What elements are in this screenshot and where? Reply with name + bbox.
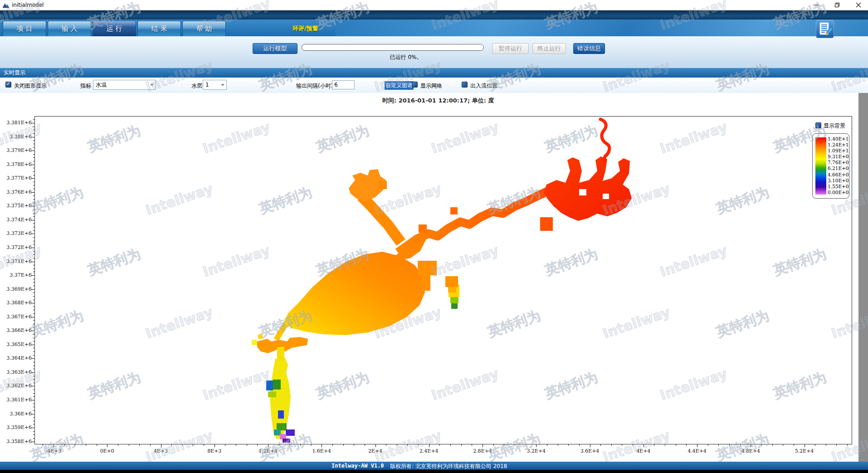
show-background-checkbox[interactable] xyxy=(815,122,821,128)
tick-mark xyxy=(33,310,34,310)
pause-run-button[interactable]: 暂停运行 xyxy=(492,43,529,54)
tick-mark xyxy=(268,444,268,447)
chart-area: 时间: 2016-01-01 12:00:17; 单位: 度 xyxy=(0,93,868,462)
tick-mark xyxy=(665,444,665,446)
x-tick-label: 4E+3 xyxy=(143,448,179,454)
tick-mark xyxy=(526,444,526,446)
progress-bar xyxy=(302,44,484,51)
tick-mark xyxy=(740,444,741,446)
tick-mark xyxy=(33,324,34,324)
indicator-select[interactable]: 水温 xyxy=(93,80,156,90)
stop-run-button[interactable]: 终止运行 xyxy=(532,43,566,54)
legend-value: 4.66E+0 xyxy=(828,172,849,178)
tick-mark xyxy=(33,434,34,435)
copyright-text: 版权所有: 北京英特利为环境科技有限公司 2018 xyxy=(390,463,507,470)
y-tick-label: 3.365E+6 xyxy=(1,341,32,347)
tick-mark xyxy=(418,444,419,446)
indicator-value: 水温 xyxy=(96,82,107,88)
tick-mark xyxy=(215,444,215,447)
legend-value: 6.21E+0 xyxy=(828,166,849,171)
run-model-button[interactable]: 运行模型 xyxy=(253,43,297,54)
status-bar: Intelway-AW V1.0 版权所有: 北京英特利为环境科技有限公司 20… xyxy=(0,462,868,470)
close-graph-checkbox[interactable] xyxy=(5,82,11,88)
menu-tab-3[interactable]: 运行 xyxy=(93,21,136,36)
northwest-arm xyxy=(349,169,426,260)
chevron-down-icon xyxy=(150,84,154,86)
y-tick-label: 3.379E+6 xyxy=(1,147,32,153)
tick-mark xyxy=(300,444,301,446)
tick-mark xyxy=(289,444,290,446)
custom-spectrum-button[interactable]: 自定义图谱 xyxy=(385,81,414,90)
tick-mark xyxy=(236,444,236,446)
tick-mark xyxy=(332,444,333,446)
notes-edit-icon[interactable] xyxy=(816,20,834,38)
tick-mark xyxy=(686,444,687,446)
y-tick-label: 3.363E+6 xyxy=(1,369,32,375)
tick-mark xyxy=(33,393,34,394)
tick-mark xyxy=(33,396,34,397)
menu-tab-5[interactable]: 帮助 xyxy=(182,21,226,36)
legend-value: 1.09E+1 xyxy=(828,148,849,154)
tick-mark xyxy=(33,338,34,338)
menu-bar: 项目输入运行结果帮助 环评/预警 xyxy=(0,20,868,36)
interval-label: 输出间隔(小时) xyxy=(296,82,333,90)
interval-input[interactable] xyxy=(332,80,355,89)
tick-mark xyxy=(33,379,34,380)
tick-mark xyxy=(32,400,34,400)
tick-mark xyxy=(32,262,34,262)
tick-mark xyxy=(33,355,34,356)
tick-mark xyxy=(86,444,86,446)
menu-tab-2[interactable]: 输入 xyxy=(48,21,91,36)
tick-mark xyxy=(515,444,515,446)
tick-mark xyxy=(33,230,34,231)
menu-tab-4[interactable]: 结果 xyxy=(137,21,181,36)
red-cluster xyxy=(544,119,632,221)
color-scale-legend: 1.40E+11.24E+11.09E+19.31E+07.76E+06.21E… xyxy=(812,133,849,199)
legend-value: 1.24E+1 xyxy=(828,142,849,148)
flow-position-checkbox[interactable] xyxy=(462,82,468,88)
tick-mark xyxy=(33,133,34,134)
layer-label: 水层 xyxy=(191,82,202,90)
tick-mark xyxy=(815,444,815,446)
x-tick-label: 4.8E+4 xyxy=(732,448,769,454)
error-info-button[interactable]: 错误信息 xyxy=(573,43,605,54)
tick-mark xyxy=(33,366,34,366)
x-tick-label: 5.2E+4 xyxy=(786,448,823,454)
close-button[interactable] xyxy=(852,0,865,10)
tick-mark xyxy=(33,216,34,217)
tick-mark xyxy=(461,444,462,446)
tick-mark xyxy=(32,220,34,220)
tick-mark xyxy=(32,234,34,234)
restore-button[interactable] xyxy=(830,0,844,10)
tick-mark xyxy=(579,444,580,446)
y-tick-label: 3.37E+6 xyxy=(1,272,32,278)
tick-mark xyxy=(139,444,140,446)
tick-mark xyxy=(204,444,204,446)
tick-mark xyxy=(751,444,751,447)
tick-mark xyxy=(32,137,34,137)
river-south-strip xyxy=(266,358,295,443)
y-tick-label: 3.375E+6 xyxy=(1,203,32,209)
menu-tab-1[interactable]: 项目 xyxy=(3,21,46,36)
tick-mark xyxy=(32,358,34,359)
x-tick-label: 3.2E+4 xyxy=(518,448,554,454)
run-status-text: 已运行 0%。 xyxy=(358,54,454,61)
x-tick-label: 1.6E+4 xyxy=(303,448,340,454)
realtime-controls: 关闭图形显示 指标 水温 水层 1 输出间隔(小时) 自定义图谱 显示网格 出入… xyxy=(0,78,868,93)
x-tick-label: 4E+4 xyxy=(625,448,662,454)
tick-mark xyxy=(33,390,34,390)
layer-select[interactable]: 1 xyxy=(203,80,227,90)
minimize-button[interactable] xyxy=(810,0,824,10)
legend-value: 1.55E+0 xyxy=(828,184,849,190)
tick-mark xyxy=(225,444,225,446)
tick-mark xyxy=(32,123,34,123)
tick-mark xyxy=(118,444,118,446)
tick-mark xyxy=(161,444,161,447)
y-tick-label: 3.364E+6 xyxy=(1,355,32,361)
tab-env-warning[interactable]: 环评/预警 xyxy=(293,24,318,33)
show-grid-checkbox[interactable] xyxy=(412,82,418,88)
tick-mark xyxy=(182,444,183,446)
show-background-toggle: 显示背景 xyxy=(815,121,845,130)
tick-mark xyxy=(365,444,365,446)
tick-mark xyxy=(729,444,730,446)
